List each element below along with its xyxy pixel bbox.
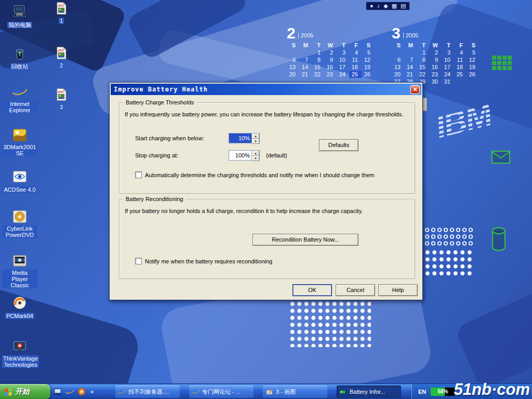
- acdsee-icon: [11, 169, 28, 184]
- calendar-date: 7: [404, 57, 417, 63]
- battery-indicator[interactable]: 58%: [431, 388, 455, 396]
- show-desktop-icon[interactable]: [53, 387, 62, 396]
- start-label: 开始: [15, 387, 30, 396]
- decor-shape: [454, 280, 532, 390]
- calendar-date: [454, 78, 467, 85]
- spinner-up-button[interactable]: ▲: [252, 151, 259, 156]
- media-player-icon[interactable]: [77, 387, 86, 396]
- task-button-label: 找不到服务器....: [128, 388, 169, 396]
- desktop-icon-thinkvantage[interactable]: ThinkVantage Technologies: [2, 339, 37, 369]
- quicklaunch-expand-chevron[interactable]: »: [89, 388, 96, 395]
- calendar-date: 25: [454, 71, 467, 78]
- desktop-icon-label: 2: [59, 62, 64, 69]
- internet-explorer-icon[interactable]: e: [65, 387, 74, 396]
- desktop-icon-my-computer[interactable]: 我的电脑: [2, 4, 37, 29]
- calendar-date: 6: [392, 57, 404, 63]
- calendar-date: 4: [349, 49, 362, 56]
- calendar-date: [404, 49, 417, 56]
- stop-charge-value[interactable]: 100%: [229, 151, 251, 160]
- cancel-button[interactable]: Cancel: [336, 284, 375, 296]
- calendar-date: 19: [362, 64, 374, 71]
- dialog-title: Improve Battery Health: [114, 86, 208, 93]
- desktop-icon-recycle-bin[interactable]: 回收站: [2, 46, 37, 71]
- auto-determine-checkbox[interactable]: [135, 171, 142, 178]
- spinner-up-button[interactable]: ▲: [252, 134, 259, 139]
- calendar-day-header: T: [312, 42, 324, 49]
- calendar-date: 8: [417, 57, 429, 63]
- calendar-date: 6: [287, 57, 299, 63]
- spinner-down-button[interactable]: ▼: [252, 139, 259, 144]
- auto-determine-label: Automatically determine the charging thr…: [145, 172, 374, 178]
- notify-recondition-checkbox[interactable]: [135, 258, 142, 264]
- dialog-titlebar[interactable]: Improve Battery Health ✕: [111, 84, 421, 95]
- calendar-day-header: S: [362, 42, 374, 49]
- charge-group-legend: Battery Charge Thresholds: [124, 99, 196, 105]
- calendar-date: 17: [442, 64, 454, 71]
- calendar-date: 5: [467, 49, 479, 56]
- charge-group-description: If you infrequently use battery power, y…: [125, 111, 411, 117]
- calendar-day-header: F: [454, 42, 467, 49]
- calendar-day-header: S: [467, 42, 479, 49]
- calendar-grid: SMTWTFS123456789101112131415161718192021…: [287, 42, 374, 78]
- desktop-icon-threedmark[interactable]: 3DMark2001 SE: [2, 127, 37, 157]
- calendar-date: [467, 78, 479, 85]
- ie-icon: e: [192, 388, 200, 396]
- defaults-button[interactable]: Defaults: [319, 139, 358, 151]
- watermark: 51nb·com: [454, 380, 530, 399]
- desktop-icon-acdsee[interactable]: ACDSee 4.0: [2, 169, 37, 194]
- taskbar-task-button[interactable]: e找不到服务器....: [115, 385, 180, 398]
- ok-button[interactable]: OK: [292, 284, 332, 296]
- start-charge-spinner[interactable]: 10% ▲ ▼: [229, 133, 260, 143]
- calendar-month-number: 2: [287, 27, 296, 39]
- taskbar-task-button[interactable]: Battery Infor...: [337, 385, 401, 398]
- calendar-date: 2: [429, 49, 442, 56]
- help-button[interactable]: Help: [378, 284, 418, 296]
- calendar-date: 18: [349, 64, 362, 71]
- calendar-date: 11: [454, 57, 467, 63]
- task-button-label: 专门网论坛 - ...: [202, 388, 241, 396]
- calendar-date: 14: [404, 64, 417, 71]
- calendar-date: 10: [337, 57, 349, 63]
- desktop-icon-jpg-file[interactable]: JPG1: [50, 1, 73, 25]
- calendar-month-number: 3: [392, 27, 401, 39]
- desktop-icon-ie[interactable]: eInternet Explorer: [2, 84, 37, 114]
- calendar-date: 11: [349, 57, 362, 63]
- calendar-date: 9: [324, 57, 337, 63]
- desktop: 22005SMTWTFS1234567891011121314151617181…: [0, 0, 532, 399]
- calendar-date: 3: [442, 49, 454, 56]
- calendar-date: 12: [362, 57, 374, 63]
- calendar-day-header: T: [417, 42, 429, 49]
- calendar-date: 20: [392, 71, 404, 78]
- desktop-icon-powerdvd[interactable]: CyberLink PowerDVD: [2, 209, 37, 239]
- desktop-icon-label: Internet Explorer: [2, 101, 37, 113]
- desktop-icon-jpg-file[interactable]: JPG2: [50, 46, 73, 70]
- taskbar-task-button[interactable]: e专门网论坛 - ...: [189, 385, 254, 398]
- desktop-icon-mpc[interactable]: Media Player Classic: [2, 253, 37, 289]
- language-indicator[interactable]: EN: [418, 389, 426, 395]
- desktop-icon-label: PCMark04: [5, 313, 34, 319]
- taskbar-task-button[interactable]: 3 - 画图: [263, 385, 327, 398]
- database-cylinder-icon: [490, 227, 507, 254]
- start-charge-value[interactable]: 10%: [229, 134, 251, 143]
- powerdvd-icon: [11, 209, 28, 224]
- calendar-date: 26: [362, 71, 374, 78]
- start-button[interactable]: 开始: [0, 384, 50, 399]
- calendar-day-header: M: [404, 42, 417, 49]
- calendar-day-header: W: [324, 42, 337, 49]
- desktop-icon-jpg-file[interactable]: JPG3: [50, 87, 73, 111]
- grid-icon: ▦: [392, 3, 397, 9]
- quicklaunch-bar: e »: [53, 385, 96, 398]
- calendar-date: 1: [417, 49, 429, 56]
- calendar-day-header: T: [442, 42, 454, 49]
- svg-text:JPG: JPG: [58, 49, 64, 52]
- spinner-down-button[interactable]: ▼: [252, 156, 259, 161]
- task-button-label: Battery Infor...: [350, 389, 385, 395]
- recondition-battery-button[interactable]: Recondition Battery Now...: [252, 234, 358, 246]
- svg-text:e: e: [193, 388, 196, 395]
- ibm-logo: IBM: [432, 96, 495, 145]
- desktop-icon-pcmark[interactable]: PCMark04: [2, 295, 37, 320]
- grid-decor-icon: [491, 55, 512, 73]
- stop-charge-spinner[interactable]: 100% ▲ ▼: [229, 150, 260, 161]
- paint-icon: [265, 388, 273, 396]
- close-button[interactable]: ✕: [410, 85, 420, 94]
